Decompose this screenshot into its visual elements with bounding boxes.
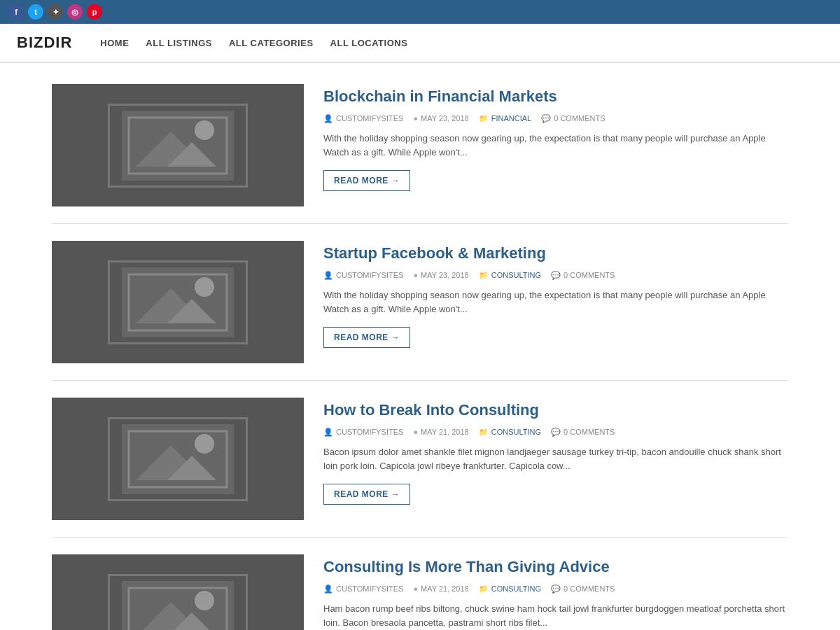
article-meta: 👤 CUSTOMIFYSITES ● MAY 21, 2018 📁 CONSUL… <box>323 428 788 437</box>
comments-meta: 💬 0 COMMENTS <box>551 271 615 280</box>
main-content: Blockchain in Financial Markets 👤 CUSTOM… <box>35 63 805 630</box>
article-title: Consulting Is More Than Giving Advice <box>323 557 788 578</box>
clock-icon: ● <box>413 114 418 122</box>
author-meta: 👤 CUSTOMIFYSITES <box>323 584 403 594</box>
article-meta: 👤 CUSTOMIFYSITES ● MAY 23, 2018 📁 FINANC… <box>323 114 788 123</box>
image-placeholder <box>108 574 248 631</box>
author-name: CUSTOMIFYSITES <box>336 114 403 122</box>
author-name: CUSTOMIFYSITES <box>336 428 403 436</box>
article-category[interactable]: CONSULTING <box>491 428 541 436</box>
tag-icon: 📁 <box>479 584 489 594</box>
comment-icon: 💬 <box>551 584 561 594</box>
facebook-icon[interactable]: f <box>8 4 24 20</box>
article-image-1 <box>52 84 304 206</box>
nav-all-categories[interactable]: ALL CATEGORIES <box>229 38 314 48</box>
comment-icon: 💬 <box>541 114 551 123</box>
author-name: CUSTOMIFYSITES <box>336 584 403 593</box>
svg-point-9 <box>195 277 214 297</box>
read-more-button[interactable]: READ MORE → <box>323 327 410 348</box>
date-meta: ● MAY 21, 2018 <box>413 584 468 593</box>
category-meta: 📁 CONSULTING <box>479 271 541 280</box>
article-content-2: Startup Facebook & Marketing 👤 CUSTOMIFY… <box>323 241 788 348</box>
article-excerpt: With the holiday shopping season now gea… <box>323 132 788 161</box>
svg-point-4 <box>195 120 214 140</box>
comments-meta: 💬 0 COMMENTS <box>541 114 605 123</box>
article-category[interactable]: FINANCIAL <box>491 114 531 122</box>
article-date: MAY 23, 2018 <box>421 271 469 279</box>
article-excerpt: With the holiday shopping season now gea… <box>323 288 788 318</box>
article-content-4: Consulting Is More Than Giving Advice 👤 … <box>323 554 788 630</box>
article-content-3: How to Break Into Consulting 👤 CUSTOMIFY… <box>323 398 788 505</box>
svg-point-19 <box>195 591 214 610</box>
article-title: How to Break Into Consulting <box>323 400 788 421</box>
article-category[interactable]: CONSULTING <box>491 271 541 279</box>
header: BIZDIR HOME ALL LISTINGS ALL CATEGORIES … <box>0 24 840 62</box>
article-excerpt: Ham bacon rump beef ribs biltong, chuck … <box>323 602 788 630</box>
nav-all-locations[interactable]: ALL LOCATIONS <box>330 38 408 48</box>
pinterest-icon[interactable]: p <box>87 4 102 20</box>
read-more-button[interactable]: READ MORE → <box>323 170 410 191</box>
svg-point-14 <box>195 434 214 454</box>
article-image-2 <box>52 241 304 363</box>
article-card: Blockchain in Financial Markets 👤 CUSTOM… <box>52 77 788 224</box>
category-meta: 📁 FINANCIAL <box>479 114 531 123</box>
date-meta: ● MAY 21, 2018 <box>413 428 468 436</box>
clock-icon: ● <box>413 271 418 279</box>
author-name: CUSTOMIFYSITES <box>336 271 403 279</box>
image-placeholder <box>108 417 248 501</box>
article-card: How to Break Into Consulting 👤 CUSTOMIFY… <box>52 381 788 538</box>
user-icon: 👤 <box>323 584 333 594</box>
logo: BIZDIR <box>17 34 72 52</box>
main-nav: HOME ALL LISTINGS ALL CATEGORIES ALL LOC… <box>100 38 407 48</box>
nav-home[interactable]: HOME <box>100 38 129 48</box>
comment-count: 0 COMMENTS <box>554 114 605 122</box>
google-icon[interactable]: ✦ <box>48 4 63 20</box>
user-icon: 👤 <box>323 114 333 123</box>
comment-count: 0 COMMENTS <box>564 584 615 593</box>
article-date: MAY 23, 2018 <box>421 114 469 122</box>
category-meta: 📁 CONSULTING <box>479 584 541 594</box>
instagram-icon[interactable]: ◎ <box>67 4 83 20</box>
article-content-1: Blockchain in Financial Markets 👤 CUSTOM… <box>323 84 788 191</box>
article-image-4 <box>52 554 304 630</box>
category-meta: 📁 CONSULTING <box>479 428 541 437</box>
tag-icon: 📁 <box>479 114 489 123</box>
comments-meta: 💬 0 COMMENTS <box>551 584 615 594</box>
article-meta: 👤 CUSTOMIFYSITES ● MAY 21, 2018 📁 CONSUL… <box>323 584 788 594</box>
article-title: Blockchain in Financial Markets <box>323 87 788 107</box>
comment-icon: 💬 <box>551 428 561 437</box>
article-meta: 👤 CUSTOMIFYSITES ● MAY 23, 2018 📁 CONSUL… <box>323 271 788 280</box>
article-date: MAY 21, 2018 <box>421 428 469 436</box>
user-icon: 👤 <box>323 271 333 280</box>
twitter-icon[interactable]: t <box>28 4 43 20</box>
image-placeholder <box>108 104 248 188</box>
nav-all-listings[interactable]: ALL LISTINGS <box>146 38 212 48</box>
comment-icon: 💬 <box>551 271 561 280</box>
social-bar: f t ✦ ◎ p <box>0 0 840 24</box>
image-placeholder <box>108 260 248 344</box>
article-excerpt: Bacon ipsum dolor amet shankle filet mig… <box>323 445 788 475</box>
article-card: Startup Facebook & Marketing 👤 CUSTOMIFY… <box>52 224 788 381</box>
comment-count: 0 COMMENTS <box>564 271 615 279</box>
tag-icon: 📁 <box>479 428 489 437</box>
date-meta: ● MAY 23, 2018 <box>413 271 468 279</box>
read-more-button[interactable]: READ MORE → <box>323 484 410 505</box>
comments-meta: 💬 0 COMMENTS <box>551 428 615 437</box>
article-category[interactable]: CONSULTING <box>491 584 541 593</box>
article-card: Consulting Is More Than Giving Advice 👤 … <box>52 538 788 630</box>
clock-icon: ● <box>413 584 418 593</box>
comment-count: 0 COMMENTS <box>564 428 615 436</box>
author-meta: 👤 CUSTOMIFYSITES <box>323 271 403 280</box>
article-date: MAY 21, 2018 <box>421 584 469 593</box>
clock-icon: ● <box>413 428 418 436</box>
author-meta: 👤 CUSTOMIFYSITES <box>323 428 403 437</box>
author-meta: 👤 CUSTOMIFYSITES <box>323 114 403 123</box>
user-icon: 👤 <box>323 428 333 437</box>
article-image-3 <box>52 398 304 520</box>
article-title: Startup Facebook & Marketing <box>323 244 788 264</box>
tag-icon: 📁 <box>479 271 489 280</box>
date-meta: ● MAY 23, 2018 <box>413 114 468 122</box>
